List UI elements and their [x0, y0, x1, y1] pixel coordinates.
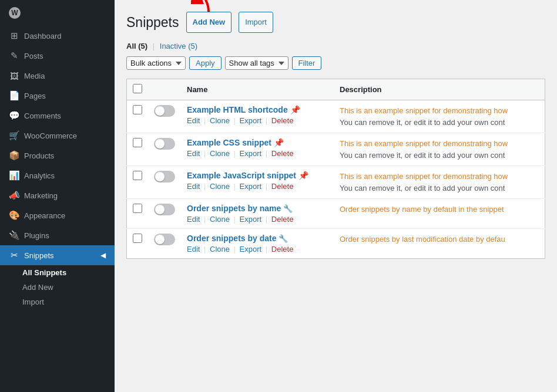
- row-checkbox[interactable]: [133, 171, 142, 180]
- sidebar-item-label: Comments: [24, 111, 61, 120]
- snippet-action-edit[interactable]: Edit: [187, 149, 200, 158]
- sidebar-item-comments[interactable]: 💬 Comments: [0, 106, 115, 126]
- apply-button[interactable]: Apply: [189, 56, 222, 70]
- snippet-action-export[interactable]: Export: [240, 215, 262, 224]
- action-separator: |: [202, 245, 208, 254]
- snippet-description: This is an example snippet for demonstra…: [334, 166, 545, 199]
- sidebar-item-pages[interactable]: 📄 Pages: [0, 86, 115, 106]
- submenu-import[interactable]: Import: [0, 295, 115, 309]
- snippet-action-delete[interactable]: Delete: [271, 215, 294, 224]
- snippet-actions: Edit | Clone | Export | Delete: [187, 116, 328, 125]
- snippet-name-link[interactable]: Example CSS snippet: [187, 138, 271, 147]
- snippet-toggle[interactable]: [154, 234, 175, 245]
- pages-icon: 📄: [9, 90, 19, 101]
- snippet-action-delete[interactable]: Delete: [271, 149, 294, 158]
- sidebar-item-products[interactable]: 📦 Products: [0, 146, 115, 165]
- sidebar-item-woocommerce[interactable]: 🛒 WooCommerce: [0, 126, 115, 146]
- snippet-action-export[interactable]: Export: [240, 245, 262, 254]
- snippet-action-clone[interactable]: Clone: [210, 245, 230, 254]
- snippet-action-export[interactable]: Export: [240, 182, 262, 191]
- snippet-action-clone[interactable]: Clone: [210, 149, 230, 158]
- snippet-action-clone[interactable]: Clone: [210, 215, 230, 224]
- snippet-action-edit[interactable]: Edit: [187, 182, 200, 191]
- row-checkbox[interactable]: [133, 105, 142, 114]
- snippet-action-clone[interactable]: Clone: [210, 116, 230, 125]
- action-separator: |: [263, 245, 270, 254]
- sidebar-item-marketing[interactable]: 📣 Marketing: [0, 185, 115, 205]
- action-separator: |: [263, 182, 270, 191]
- add-new-button-container: Add New: [186, 12, 232, 33]
- sidebar-item-snippets[interactable]: ✂ Snippets ◀: [0, 245, 115, 265]
- sidebar-item-posts[interactable]: ✎ Posts: [0, 46, 115, 66]
- select-all-checkbox[interactable]: [133, 84, 142, 93]
- tab-all[interactable]: All (5): [126, 42, 150, 50]
- marketing-icon: 📣: [9, 190, 19, 201]
- table-row: Order snippets by name🔧Edit | Clone | Ex…: [127, 199, 545, 229]
- snippets-table: Name Description Example HTML shortcode📌…: [126, 79, 545, 259]
- snippet-action-delete[interactable]: Delete: [271, 182, 294, 191]
- action-separator: |: [231, 182, 238, 191]
- sidebar-item-label: Analytics: [24, 171, 55, 180]
- sidebar-item-label: Products: [24, 151, 54, 160]
- snippet-action-export[interactable]: Export: [240, 116, 262, 125]
- snippet-action-edit[interactable]: Edit: [187, 215, 200, 224]
- snippet-name-link[interactable]: Example JavaScript snippet: [187, 171, 296, 180]
- sidebar-item-dashboard[interactable]: ⊞ Dashboard: [0, 26, 115, 46]
- add-new-button[interactable]: Add New: [186, 12, 232, 33]
- snippets-icon: ✂: [9, 250, 19, 261]
- desc-line-1: Order snippets by name by default in the…: [340, 204, 539, 215]
- sidebar-item-media[interactable]: 🖼 Media: [0, 66, 115, 86]
- action-separator: |: [231, 245, 238, 254]
- sidebar-item-label: Marketing: [24, 191, 58, 200]
- desc-line-1: This is an example snippet for demonstra…: [340, 105, 539, 117]
- snippet-name-link[interactable]: Order snippets by date: [187, 234, 276, 243]
- snippet-toggle[interactable]: [154, 204, 175, 215]
- snippet-action-delete[interactable]: Delete: [271, 116, 294, 125]
- tab-inactive[interactable]: Inactive (5): [160, 42, 197, 50]
- wrench-icon: 🔧: [278, 234, 288, 243]
- submenu-all-snippets[interactable]: All Snippets: [0, 265, 115, 280]
- desc-line-2: You can remove it, or edit it to add you…: [340, 183, 539, 194]
- posts-icon: ✎: [9, 50, 19, 61]
- snippet-actions: Edit | Clone | Export | Delete: [187, 215, 328, 224]
- sidebar-item-label: Plugins: [24, 231, 49, 240]
- bulk-actions-select[interactable]: Bulk actions: [126, 56, 186, 70]
- snippet-action-clone[interactable]: Clone: [210, 182, 230, 191]
- analytics-icon: 📊: [9, 170, 19, 181]
- desc-line-1: This is an example snippet for demonstra…: [340, 171, 539, 183]
- sidebar-item-plugins[interactable]: 🔌 Plugins: [0, 225, 115, 245]
- row-checkbox[interactable]: [133, 234, 142, 243]
- filter-button[interactable]: Filter: [292, 56, 322, 70]
- show-all-tags-select[interactable]: Show all tags: [225, 56, 288, 70]
- wp-logo-icon: W: [9, 7, 21, 19]
- snippet-name-link[interactable]: Example HTML shortcode: [187, 105, 288, 114]
- table-row: Example CSS snippet📌Edit | Clone | Expor…: [127, 133, 545, 166]
- desc-line-1: Order snippets by last modification date…: [340, 234, 539, 245]
- import-button[interactable]: Import: [239, 12, 273, 33]
- snippet-toggle[interactable]: [154, 171, 175, 183]
- snippet-action-delete[interactable]: Delete: [271, 245, 294, 254]
- sidebar-item-label: Pages: [24, 92, 46, 100]
- snippet-action-export[interactable]: Export: [240, 149, 262, 158]
- action-separator: |: [263, 215, 270, 224]
- row-checkbox[interactable]: [133, 138, 142, 147]
- submenu-add-new[interactable]: Add New: [0, 280, 115, 295]
- sidebar-item-label: Snippets: [24, 251, 54, 260]
- row-checkbox[interactable]: [133, 204, 142, 213]
- sidebar-item-appearance[interactable]: 🎨 Appearance: [0, 205, 115, 225]
- sidebar-item-analytics[interactable]: 📊 Analytics: [0, 165, 115, 185]
- snippet-toggle[interactable]: [154, 138, 175, 150]
- snippet-description: This is an example snippet for demonstra…: [334, 100, 545, 133]
- products-icon: 📦: [9, 150, 19, 161]
- action-separator: |: [202, 215, 208, 224]
- snippet-action-edit[interactable]: Edit: [187, 116, 200, 125]
- pin-icon: 📌: [290, 105, 300, 114]
- sidebar: W ⊞ Dashboard ✎ Posts 🖼 Media 📄 Pages 💬 …: [0, 0, 115, 392]
- appearance-icon: 🎨: [9, 210, 19, 221]
- action-separator: |: [202, 116, 208, 125]
- snippets-submenu: All Snippets Add New Import: [0, 265, 115, 309]
- woocommerce-icon: 🛒: [9, 130, 19, 141]
- snippet-name-link[interactable]: Order snippets by name: [187, 204, 281, 213]
- snippet-action-edit[interactable]: Edit: [187, 245, 200, 254]
- snippet-toggle[interactable]: [154, 105, 175, 117]
